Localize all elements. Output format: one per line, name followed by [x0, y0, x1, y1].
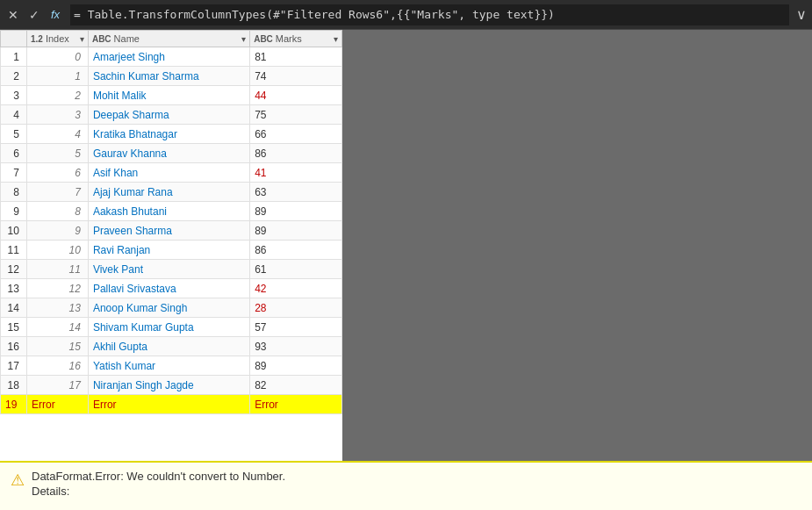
- warning-icon: ⚠: [11, 470, 25, 490]
- error-details: Details:: [32, 485, 285, 498]
- table-row: 109Praveen Sharma89: [1, 221, 342, 241]
- marks-filter-icon[interactable]: ▾: [334, 34, 338, 44]
- cell-marks: 63: [250, 183, 342, 202]
- cell-name: Amarjeet Singh: [88, 47, 249, 67]
- cell-name: Aakash Bhutani: [88, 202, 249, 221]
- cell-index: 8: [26, 202, 88, 221]
- cell-index: 17: [26, 376, 88, 395]
- cell-name: Akhil Gupta: [88, 337, 249, 356]
- index-col-label: Index: [46, 33, 69, 44]
- cell-marks: 86: [250, 144, 342, 163]
- marks-type-badge: ABC: [254, 34, 273, 44]
- cell-name: Praveen Sharma: [88, 221, 249, 241]
- row-number: 3: [1, 86, 27, 105]
- row-number: 11: [1, 241, 27, 260]
- formula-input[interactable]: [70, 4, 789, 25]
- cell-index: 7: [26, 183, 88, 202]
- cell-name: Niranjan Singh Jagde: [88, 376, 249, 395]
- cell-marks: 89: [250, 202, 342, 221]
- formula-chevron-icon[interactable]: ∨: [796, 6, 807, 23]
- table-row: 1110Ravi Ranjan86: [1, 241, 342, 260]
- row-number: 8: [1, 183, 27, 202]
- cell-index: 15: [26, 337, 88, 356]
- name-type-badge: ABC: [92, 34, 111, 44]
- error-message: ⚠ DataFormat.Error: We couldn't convert …: [11, 470, 801, 498]
- error-row-number: 19: [1, 395, 27, 414]
- gray-area: [342, 30, 812, 461]
- cell-marks: 66: [250, 125, 342, 144]
- cell-marks: 61: [250, 260, 342, 279]
- table-row: 87Ajaj Kumar Rana63: [1, 183, 342, 202]
- table-row: 65Gaurav Khanna86: [1, 144, 342, 163]
- cell-index: 13: [26, 298, 88, 318]
- row-number: 18: [1, 376, 27, 395]
- table-row: 1817Niranjan Singh Jagde82: [1, 376, 342, 395]
- cell-marks: 44: [250, 86, 342, 105]
- col-name-header: ABC Name ▾: [88, 31, 249, 47]
- cell-marks: 93: [250, 337, 342, 356]
- name-filter-icon[interactable]: ▾: [241, 34, 246, 44]
- table-row: 1716Yatish Kumar89: [1, 356, 342, 376]
- cell-index: 11: [26, 260, 88, 279]
- cell-index: 6: [26, 163, 88, 183]
- cell-marks: 57: [250, 318, 342, 337]
- cell-name: Pallavi Srivastava: [88, 279, 249, 298]
- cell-name: Ravi Ranjan: [88, 241, 249, 260]
- cell-index: 12: [26, 279, 88, 298]
- row-number: 17: [1, 356, 27, 376]
- row-number: 14: [1, 298, 27, 318]
- cell-marks: 42: [250, 279, 342, 298]
- index-filter-icon[interactable]: ▾: [80, 34, 84, 44]
- table-row: 32Mohit Malik44: [1, 86, 342, 105]
- cell-index: 1: [26, 67, 88, 86]
- table-row: 76Asif Khan41: [1, 163, 342, 183]
- main-content: 1.2 Index ▾ ABC Name ▾: [0, 30, 812, 461]
- col-marks-header: ABC Marks ▾: [250, 31, 342, 47]
- table-row: 10Amarjeet Singh81: [1, 47, 342, 67]
- row-number: 6: [1, 144, 27, 163]
- cell-marks: 75: [250, 105, 342, 125]
- cell-name: Shivam Kumar Gupta: [88, 318, 249, 337]
- name-col-label: Name: [114, 33, 140, 44]
- row-number: 2: [1, 67, 27, 86]
- formula-bar-icons: ✕ ✓ fx: [5, 8, 63, 22]
- table-row: 54Kratika Bhatnagar66: [1, 125, 342, 144]
- table-row: 1312Pallavi Srivastava42: [1, 279, 342, 298]
- cell-name: Yatish Kumar: [88, 356, 249, 376]
- cell-name: Vivek Pant: [88, 260, 249, 279]
- col-index-header: [1, 31, 27, 47]
- cell-name: Kratika Bhatnagar: [88, 125, 249, 144]
- fx-icon: fx: [47, 8, 63, 21]
- cell-name: Ajaj Kumar Rana: [88, 183, 249, 202]
- col-index-col-header: 1.2 Index ▾: [26, 31, 88, 47]
- formula-bar: ✕ ✓ fx ∨: [0, 0, 812, 30]
- table-row: 1413Anoop Kumar Singh28: [1, 298, 342, 318]
- error-title: DataFormat.Error: We couldn't convert to…: [32, 470, 285, 483]
- row-number: 10: [1, 221, 27, 241]
- row-number: 4: [1, 105, 27, 125]
- cell-index: 10: [26, 241, 88, 260]
- close-icon[interactable]: ✕: [5, 8, 21, 22]
- table-row: 1615Akhil Gupta93: [1, 337, 342, 356]
- data-table: 1.2 Index ▾ ABC Name ▾: [0, 30, 342, 414]
- row-number: 9: [1, 202, 27, 221]
- table-row: 1211Vivek Pant61: [1, 260, 342, 279]
- cell-marks: 82: [250, 376, 342, 395]
- cell-marks: 86: [250, 241, 342, 260]
- cell-index: 3: [26, 105, 88, 125]
- cell-index: 0: [26, 47, 88, 67]
- row-number: 12: [1, 260, 27, 279]
- table-row: 98Aakash Bhutani89: [1, 202, 342, 221]
- row-number: 7: [1, 163, 27, 183]
- cell-name: Asif Khan: [88, 163, 249, 183]
- check-icon[interactable]: ✓: [26, 8, 42, 22]
- cell-index: 2: [26, 86, 88, 105]
- error-row: 19ErrorErrorError: [1, 395, 342, 414]
- index-type-badge: 1.2: [31, 34, 43, 44]
- cell-index: 4: [26, 125, 88, 144]
- cell-name: Anoop Kumar Singh: [88, 298, 249, 318]
- marks-col-label: Marks: [276, 33, 302, 44]
- cell-name: Sachin Kumar Sharma: [88, 67, 249, 86]
- row-number: 13: [1, 279, 27, 298]
- cell-marks: 41: [250, 163, 342, 183]
